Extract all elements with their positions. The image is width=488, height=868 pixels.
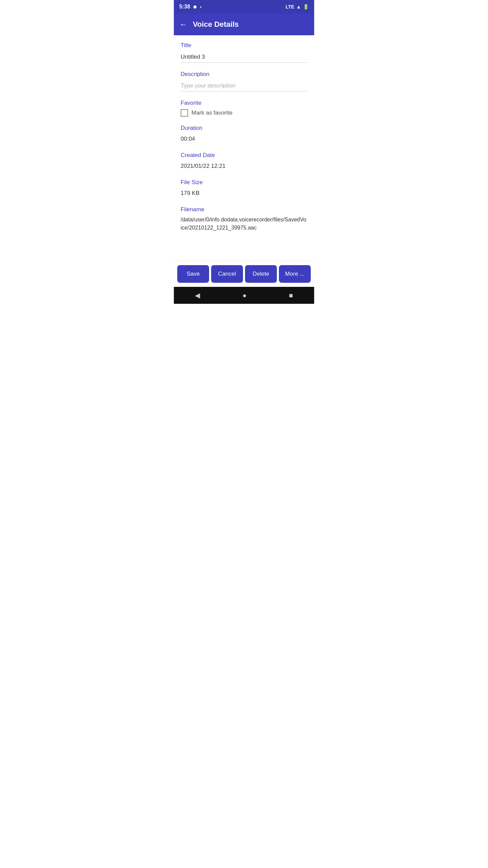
favorite-label: Favorite xyxy=(181,100,307,106)
nav-back-icon[interactable]: ◀ xyxy=(195,291,200,299)
battery-icon: 🔋 xyxy=(303,4,309,9)
nav-home-icon[interactable]: ● xyxy=(242,292,246,299)
app-bar: ← Voice Details xyxy=(174,14,314,35)
signal-icon: ▲ xyxy=(296,4,301,9)
page-title: Voice Details xyxy=(193,20,239,29)
podcast-icon: ⏺ xyxy=(193,4,197,9)
created-date-section: Created Date 2021/01/22 12:21 xyxy=(181,152,307,171)
status-bar: 5:38 ⏺ ▪ LTE ▲ 🔋 xyxy=(174,0,314,14)
back-button[interactable]: ← xyxy=(179,20,187,29)
created-date-value: 2021/01/22 12:21 xyxy=(181,161,307,171)
duration-section: Duration 00:04 xyxy=(181,125,307,144)
save-button[interactable]: Save xyxy=(177,265,209,283)
status-time: 5:38 xyxy=(179,4,190,10)
filename-label: Filename xyxy=(181,206,307,213)
filename-section: Filename /data/user/0/info.dodata.voicer… xyxy=(181,206,307,232)
delete-button[interactable]: Delete xyxy=(245,265,277,283)
favorite-checkbox-label: Mark as favorite xyxy=(191,110,232,116)
nav-recents-icon[interactable]: ■ xyxy=(289,292,293,299)
duration-value: 00:04 xyxy=(181,134,307,144)
lte-label: LTE xyxy=(286,4,294,9)
bottom-buttons: Save Cancel Delete More ... xyxy=(174,261,314,287)
status-bar-right: LTE ▲ 🔋 xyxy=(286,4,309,9)
sd-card-icon: ▪ xyxy=(200,4,202,9)
description-label: Description xyxy=(181,71,307,78)
favorite-section: Favorite Mark as favorite xyxy=(181,100,307,117)
description-section: Description xyxy=(181,71,307,92)
file-size-label: File Size xyxy=(181,179,307,186)
file-size-section: File Size 179 KB xyxy=(181,179,307,198)
cancel-button[interactable]: Cancel xyxy=(211,265,243,283)
title-label: Title xyxy=(181,42,307,49)
filename-value: /data/user/0/info.dodata.voicerecorder/f… xyxy=(181,216,307,232)
more-button[interactable]: More ... xyxy=(279,265,311,283)
favorite-checkbox-row: Mark as favorite xyxy=(181,109,307,117)
title-input[interactable] xyxy=(181,52,307,63)
favorite-checkbox[interactable] xyxy=(181,109,188,117)
created-date-label: Created Date xyxy=(181,152,307,159)
description-input[interactable] xyxy=(181,80,307,92)
title-section: Title xyxy=(181,42,307,63)
status-bar-left: 5:38 ⏺ ▪ xyxy=(179,4,202,10)
form-content: Title Description Favorite Mark as favor… xyxy=(174,35,314,261)
file-size-value: 179 KB xyxy=(181,189,307,198)
back-arrow-icon: ← xyxy=(179,20,187,29)
duration-label: Duration xyxy=(181,125,307,132)
nav-bar: ◀ ● ■ xyxy=(174,287,314,304)
